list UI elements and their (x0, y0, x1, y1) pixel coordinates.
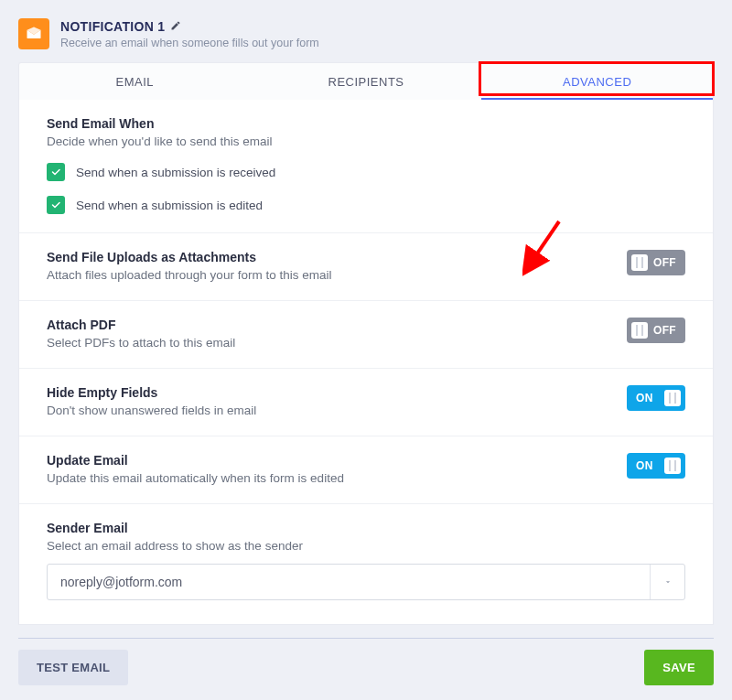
checkbox-submission-edited[interactable] (47, 196, 65, 214)
attach-pdf-title: Attach PDF (47, 318, 235, 332)
section-send-when: Send Email When Decide when you'd like t… (19, 100, 713, 233)
toggle-hide-empty-state: ON (636, 392, 653, 404)
hide-empty-title: Hide Empty Fields (47, 385, 256, 400)
attach-pdf-desc: Select PDFs to attach to this email (47, 336, 235, 350)
footer-separator (18, 638, 714, 639)
tabs-bar: EMAIL RECIPIENTS ADVANCED (18, 62, 714, 100)
tab-advanced[interactable]: ADVANCED (481, 63, 713, 100)
notification-title: NOTIFICATION 1 (60, 19, 165, 34)
toggle-file-uploads-state: OFF (653, 256, 676, 269)
section-hide-empty: Hide Empty Fields Don't show unanswered … (19, 369, 713, 436)
send-when-desc: Decide when you'd like to send this emai… (47, 135, 685, 148)
checkbox-label-received: Send when a submission is received (76, 166, 275, 179)
tab-recipients[interactable]: RECIPIENTS (251, 63, 482, 100)
tab-email[interactable]: EMAIL (19, 63, 251, 100)
notification-header: NOTIFICATION 1 Receive an email when som… (18, 18, 714, 49)
footer-bar: TEST EMAIL SAVE (0, 650, 732, 700)
file-uploads-desc: Attach files uploaded through your form … (47, 268, 331, 282)
section-update-email: Update Email Update this email automatic… (19, 436, 713, 504)
section-file-uploads: Send File Uploads as Attachments Attach … (19, 233, 713, 301)
sender-email-desc: Select an email address to show as the s… (47, 539, 685, 553)
update-email-desc: Update this email automatically when its… (47, 471, 344, 485)
update-email-title: Update Email (47, 453, 344, 468)
notification-subtitle: Receive an email when someone fills out … (60, 37, 319, 49)
sender-email-title: Sender Email (47, 521, 685, 535)
toggle-attach-pdf[interactable]: OFF (627, 318, 685, 343)
save-button[interactable]: SAVE (644, 650, 714, 685)
test-email-button[interactable]: TEST EMAIL (18, 650, 128, 685)
checkbox-submission-received[interactable] (47, 163, 65, 181)
section-attach-pdf: Attach PDF Select PDFs to attach to this… (19, 301, 713, 369)
toggle-update-email-state: ON (636, 459, 653, 472)
chevron-down-icon[interactable] (650, 565, 684, 599)
sender-email-select[interactable]: noreply@jotform.com (47, 564, 685, 600)
hide-empty-desc: Don't show unanswered fields in email (47, 404, 256, 417)
toggle-update-email[interactable]: ON (627, 453, 685, 479)
toggle-file-uploads[interactable]: OFF (627, 250, 685, 275)
file-uploads-title: Send File Uploads as Attachments (47, 250, 331, 264)
checkbox-label-edited: Send when a submission is edited (76, 199, 263, 212)
envelope-icon (18, 18, 49, 49)
toggle-attach-pdf-state: OFF (653, 324, 676, 337)
send-when-title: Send Email When (47, 116, 685, 131)
sender-email-value: noreply@jotform.com (48, 565, 650, 599)
section-sender-email: Sender Email Select an email address to … (19, 504, 713, 624)
toggle-hide-empty[interactable]: ON (627, 385, 685, 411)
advanced-panel: Send Email When Decide when you'd like t… (18, 100, 714, 625)
edit-title-icon[interactable] (170, 18, 181, 35)
